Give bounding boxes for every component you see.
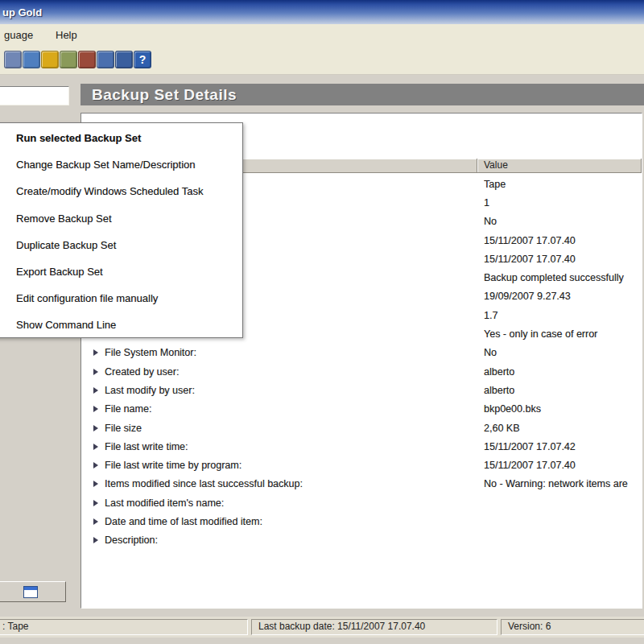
row-label: File name:	[105, 403, 484, 415]
row-bullet-icon	[93, 369, 98, 375]
row-label: File System Monitor:	[105, 347, 484, 358]
context-menu-item[interactable]: Show Command Line	[0, 312, 242, 338]
column-header-value-label: Value	[484, 159, 508, 171]
menu-item-help[interactable]: Help	[53, 28, 80, 42]
table-row[interactable]: Created by user:alberto	[81, 362, 642, 381]
table-row[interactable]: Last modified item's name:	[81, 493, 642, 512]
restore-icon[interactable]	[78, 51, 96, 68]
row-bullet-icon	[93, 537, 98, 543]
row-label: Last modify by user:	[105, 385, 484, 396]
table-row[interactable]: Description:	[81, 531, 642, 550]
context-menu-item[interactable]: Duplicate Backup Set	[0, 232, 242, 258]
row-bullet-icon	[93, 425, 98, 431]
row-value: Backup completed successfully	[484, 272, 642, 283]
backup-set-selector[interactable]	[0, 86, 69, 105]
row-value: No - Warning: network items are	[484, 478, 642, 489]
row-value: No	[484, 347, 642, 358]
context-menu-item[interactable]: Remove Backup Set	[0, 205, 242, 232]
row-value: 15/11/2007 17.07.40	[484, 254, 642, 265]
window-title: up Gold	[2, 6, 42, 19]
context-menu-item[interactable]: Create/modify Windows Scheduled Task	[0, 178, 242, 204]
table-row[interactable]: Items modified since last successful bac…	[81, 475, 642, 493]
context-menu-item[interactable]: Export Backup Set	[0, 258, 242, 285]
row-label: Last modified item's name:	[105, 497, 484, 509]
table-row[interactable]: File last write time by program:15/11/20…	[81, 456, 642, 474]
save-icon[interactable]	[23, 51, 40, 68]
row-value: Yes - only in case of error	[484, 328, 642, 340]
row-value: alberto	[484, 385, 642, 396]
row-value: 15/11/2007 17.07.42	[484, 441, 642, 452]
table-row[interactable]: File name:bkp0e00.bks	[81, 400, 642, 419]
context-menu: Run selected Backup SetChange Backup Set…	[0, 122, 243, 338]
row-value: 19/09/2007 9.27.43	[484, 291, 642, 302]
row-bullet-icon	[93, 481, 98, 487]
row-label: Description:	[105, 535, 484, 546]
row-bullet-icon	[93, 444, 98, 450]
row-value: 15/11/2007 17.07.40	[484, 235, 642, 246]
table-row[interactable]: Date and time of last modified item:	[81, 512, 642, 530]
window-icon	[23, 586, 38, 598]
view-log-icon[interactable]	[97, 51, 114, 68]
lock-icon[interactable]	[41, 51, 59, 68]
context-menu-item[interactable]: Edit configuration file manually	[0, 285, 242, 312]
row-bullet-icon	[93, 462, 98, 469]
export-icon[interactable]	[115, 51, 133, 68]
status-backup-type: : Tape	[0, 619, 248, 635]
row-value: 2,60 KB	[484, 423, 642, 434]
settings-icon[interactable]	[60, 51, 77, 68]
table-row[interactable]: Last modify by user:alberto	[81, 381, 642, 399]
row-value: Tape	[484, 179, 642, 190]
row-label: File last write time:	[105, 441, 484, 452]
row-bullet-icon	[93, 387, 98, 394]
row-label: File size	[105, 423, 484, 434]
row-bullet-icon	[93, 518, 98, 525]
menu-item-language[interactable]: guage	[2, 28, 35, 42]
title-bar: up Gold	[0, 0, 644, 24]
row-value: 1	[484, 197, 642, 208]
row-bullet-icon	[93, 406, 98, 412]
context-menu-item[interactable]: Run selected Backup Set	[0, 125, 242, 151]
row-value: alberto	[484, 366, 642, 378]
row-label: Created by user:	[105, 366, 484, 378]
row-value: 15/11/2007 17.07.40	[484, 460, 642, 471]
table-row[interactable]: File last write time:15/11/2007 17.07.42	[81, 437, 642, 456]
status-last-backup-date: Last backup date: 15/11/2007 17.07.40	[251, 619, 497, 635]
row-value: 1.7	[484, 310, 642, 321]
status-version: Version: 6	[501, 619, 644, 635]
sidebar-toggle-button[interactable]	[0, 581, 66, 602]
row-value: No	[484, 216, 642, 227]
toolbar: ?	[0, 45, 644, 75]
status-bar: : Tape Last backup date: 15/11/2007 17.0…	[0, 617, 644, 638]
row-label: File last write time by program:	[105, 460, 484, 471]
menu-bar: guageHelp	[0, 24, 644, 46]
table-row[interactable]: File size2,60 KB	[81, 419, 642, 437]
context-menu-item[interactable]: Change Backup Set Name/Description	[0, 151, 242, 178]
page-title: Backup Set Details	[92, 86, 237, 103]
column-header-value[interactable]: Value	[477, 159, 642, 173]
row-value: bkp0e00.bks	[484, 403, 642, 415]
new-backup-set-icon[interactable]	[4, 51, 22, 68]
row-label: Date and time of last modified item:	[105, 516, 484, 527]
row-bullet-icon	[93, 500, 98, 506]
page-title-bar: Backup Set Details	[80, 84, 644, 105]
row-bullet-icon	[93, 349, 98, 356]
row-label: Items modified since last successful bac…	[105, 478, 484, 489]
help-icon[interactable]: ?	[134, 51, 151, 68]
table-row[interactable]: File System Monitor:No	[81, 344, 642, 362]
